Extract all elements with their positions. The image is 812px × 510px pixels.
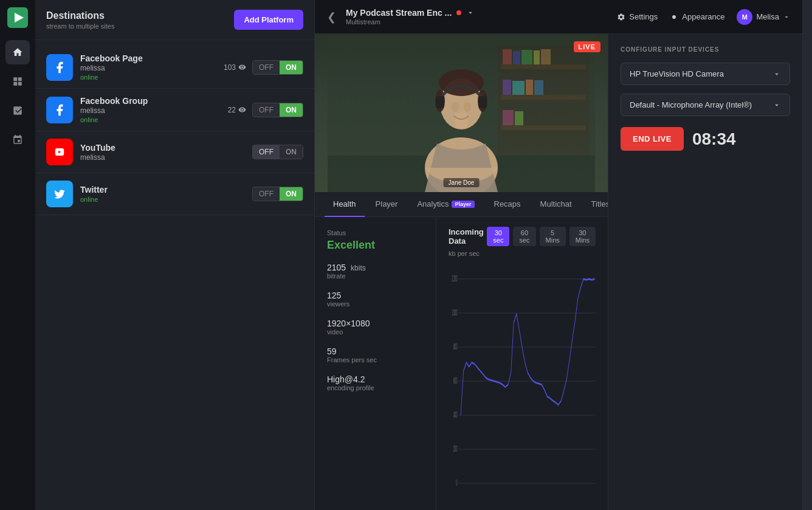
add-platform-button[interactable]: Add Platform bbox=[234, 10, 303, 30]
toggle-youtube[interactable]: OFF ON bbox=[252, 145, 303, 159]
bitrate-value: 2105 bbox=[327, 263, 346, 272]
tab-recaps[interactable]: Recaps bbox=[486, 192, 529, 217]
microphone-select[interactable]: Default - Microphone Array (Intel®) bbox=[621, 94, 790, 116]
toggle-twitter[interactable]: OFF ON bbox=[252, 187, 303, 201]
platform-item-youtube[interactable]: YouTube melissa OFF ON bbox=[35, 131, 314, 173]
svg-rect-12 bbox=[541, 49, 551, 64]
platform-item-twitter[interactable]: Twitter online OFF ON bbox=[35, 173, 314, 215]
svg-text:400: 400 bbox=[453, 410, 458, 419]
user-menu[interactable]: M Melisa bbox=[737, 9, 790, 25]
platform-user-youtube: melissa bbox=[80, 153, 245, 162]
health-tab-content: Status Excellent 2105 kbits bitrate 125 … bbox=[315, 217, 608, 510]
status-stat: Status Excellent bbox=[327, 229, 424, 252]
config-section-label: CONFIGURE INPUT DEVICES bbox=[621, 46, 790, 53]
svg-point-29 bbox=[464, 102, 471, 112]
back-arrow[interactable]: ❮ bbox=[327, 10, 336, 24]
svg-rect-15 bbox=[526, 80, 533, 95]
platform-item-facebook-page[interactable]: Facebook Page melissa online 103 OFF ON bbox=[35, 46, 314, 89]
fps-stat: 59 Frames pers sec bbox=[327, 346, 424, 364]
nav-clip[interactable] bbox=[5, 128, 30, 152]
sidebar-header: Destinations stream to multiple sites Ad… bbox=[35, 0, 314, 40]
profile-stat: High@4.2 encoding profile bbox=[327, 374, 424, 391]
svg-rect-26 bbox=[436, 96, 444, 108]
time-btn-30sec[interactable]: 30 sec bbox=[487, 227, 509, 246]
tab-health[interactable]: Health bbox=[325, 192, 365, 217]
avatar: M bbox=[737, 9, 752, 25]
viewers-stat: 125 viewers bbox=[327, 291, 424, 308]
svg-text:1200: 1200 bbox=[452, 274, 457, 283]
time-btn-5mins[interactable]: 5 Mins bbox=[540, 227, 566, 246]
svg-text:200: 200 bbox=[453, 444, 458, 453]
youtube-icon bbox=[46, 139, 73, 165]
platform-name-twitter: Twitter bbox=[80, 185, 245, 195]
fps-value: 59 bbox=[327, 346, 424, 356]
toggle-facebook-group[interactable]: OFF ON bbox=[252, 103, 303, 117]
status-value: Excellent bbox=[327, 239, 424, 252]
svg-text:800: 800 bbox=[453, 342, 458, 351]
video-preview: LIVE Jane Doe bbox=[315, 34, 608, 192]
time-btn-30mins[interactable]: 30 Mins bbox=[569, 227, 596, 246]
camera-select-chevron bbox=[772, 70, 781, 78]
platform-user-facebook-page: melissa bbox=[80, 64, 216, 72]
config-panel: CONFIGURE INPUT DEVICES HP TrueVision HD… bbox=[608, 34, 802, 510]
analytics-badge: Player bbox=[452, 201, 474, 208]
svg-rect-18 bbox=[515, 111, 523, 125]
stream-subtitle: Multistream bbox=[346, 18, 607, 26]
platform-name-youtube: YouTube bbox=[80, 143, 245, 153]
tab-titles[interactable]: Titles bbox=[583, 192, 608, 217]
microphone-select-chevron bbox=[772, 101, 781, 109]
camera-select[interactable]: HP TrueVision HD Camera bbox=[621, 63, 790, 85]
appearance-button[interactable]: Appearance bbox=[670, 12, 724, 21]
profile-value: High@4.2 bbox=[327, 374, 424, 384]
app-logo[interactable] bbox=[7, 7, 28, 28]
health-stats-panel: Status Excellent 2105 kbits bitrate 125 … bbox=[315, 217, 436, 510]
svg-point-2 bbox=[672, 15, 676, 19]
svg-text:1000: 1000 bbox=[452, 308, 457, 317]
twitter-icon bbox=[46, 181, 73, 207]
video-name-tag: Jane Doe bbox=[444, 178, 480, 187]
end-live-row: END LIVE 08:34 bbox=[621, 127, 790, 151]
nav-media[interactable] bbox=[5, 98, 30, 123]
end-live-button[interactable]: END LIVE bbox=[621, 127, 684, 151]
stream-area: LIVE Jane Doe Health Player Analytics Pl… bbox=[315, 34, 802, 510]
nav-dashboard[interactable] bbox=[5, 69, 30, 94]
right-edge bbox=[802, 0, 812, 510]
sidebar-subtitle: stream to multiple sites bbox=[46, 22, 114, 30]
toggle-facebook-page[interactable]: OFF ON bbox=[252, 60, 303, 75]
svg-text:0: 0 bbox=[456, 478, 457, 488]
viewer-count-facebook-group: 22 bbox=[228, 106, 246, 114]
user-chevron-icon bbox=[783, 13, 790, 21]
left-navigation bbox=[0, 0, 35, 510]
facebook-group-icon bbox=[46, 97, 73, 123]
settings-button[interactable]: Settings bbox=[617, 12, 658, 21]
platform-name-facebook-page: Facebook Page bbox=[80, 53, 216, 63]
chart-container: 1200 1000 800 600 400 200 0 bbox=[449, 262, 596, 500]
time-btn-60sec[interactable]: 60 sec bbox=[513, 227, 535, 246]
viewers-value: 125 bbox=[327, 291, 424, 300]
chart-area: Incoming Data 30 sec 60 sec 5 Mins 30 Mi… bbox=[436, 217, 608, 510]
nav-home[interactable] bbox=[5, 40, 30, 64]
appearance-icon bbox=[670, 13, 678, 21]
tab-multichat[interactable]: Multichat bbox=[532, 192, 580, 217]
incoming-data-chart: 1200 1000 800 600 400 200 0 bbox=[449, 262, 596, 500]
tab-player[interactable]: Player bbox=[367, 192, 407, 217]
live-indicator-dot bbox=[456, 10, 461, 15]
chart-header: Incoming Data 30 sec 60 sec 5 Mins 30 Mi… bbox=[449, 227, 596, 246]
svg-rect-11 bbox=[534, 50, 540, 64]
chevron-down-icon bbox=[466, 9, 475, 17]
facebook-page-icon bbox=[46, 54, 73, 81]
sidebar: Destinations stream to multiple sites Ad… bbox=[35, 0, 315, 510]
platform-item-facebook-group[interactable]: Facebook Group melissa online 22 OFF ON bbox=[35, 89, 314, 131]
top-bar: ❮ My Podcast Stream Enc ... Multistream … bbox=[315, 0, 802, 34]
tab-analytics[interactable]: Analytics Player bbox=[408, 192, 483, 217]
video-panel: LIVE Jane Doe Health Player Analytics Pl… bbox=[315, 34, 608, 510]
tabs-bar: Health Player Analytics Player Recaps Mu… bbox=[315, 192, 608, 217]
platform-status-facebook-group: online bbox=[80, 116, 221, 123]
chart-time-controls: 30 sec 60 sec 5 Mins 30 Mins bbox=[487, 227, 596, 246]
svg-text:600: 600 bbox=[453, 376, 458, 385]
chart-unit: kb per sec bbox=[449, 250, 596, 257]
live-timer: 08:34 bbox=[692, 129, 736, 149]
platform-list: Facebook Page melissa online 103 OFF ON bbox=[35, 40, 314, 221]
resolution-stat: 1920×1080 video bbox=[327, 319, 424, 336]
platform-status-twitter: online bbox=[80, 196, 245, 203]
